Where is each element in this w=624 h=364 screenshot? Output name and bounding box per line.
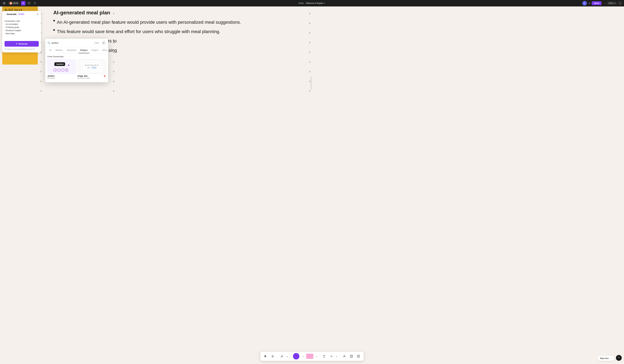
- canvas-dot: [40, 81, 42, 82]
- jambot-card-info: Jambot › By Figma: [48, 74, 76, 80]
- jambot-author: By Figma: [48, 77, 76, 79]
- generate-content: A brainstorm. Add - An ice breaker - Com…: [2, 17, 41, 52]
- scrollbar[interactable]: [311, 77, 311, 90]
- canvas-dot: [40, 71, 42, 72]
- imagejam-image-box: image: [91, 67, 97, 69]
- jambot-icons-row: ✦ ↖ ✎ ❋: [53, 68, 68, 72]
- imagejam-author: By Steven Tsao: [78, 77, 106, 79]
- canvas-dot: [309, 61, 310, 63]
- generate-btn-label: Generate: [18, 43, 27, 45]
- generate-warning: AI outputs can be misleading or wrong i: [4, 48, 39, 50]
- generate-panel: ‹ Generate AI beta ✕ A brainstorm. Add -…: [2, 11, 41, 52]
- jambot-arrow: ›: [55, 75, 56, 77]
- chat-icon-button[interactable]: [33, 1, 37, 5]
- doc-bullet-1: An AI-generated meal plan feature would …: [53, 19, 297, 26]
- doc-bullet-2-text: This feature would save time and effort …: [57, 28, 220, 35]
- results-grid: Jambot ✦ ↖ ✎ ❋ Jambot ›: [48, 59, 106, 80]
- tab-all[interactable]: All: [48, 47, 53, 53]
- generate-title: Generate: [7, 13, 17, 16]
- canvas-dot: [309, 52, 310, 53]
- info-icon[interactable]: i: [33, 48, 35, 50]
- jambot-label-text: Jambot: [54, 62, 65, 66]
- canvas-dot: [309, 42, 310, 43]
- connector-dot: [68, 65, 69, 66]
- generate-star-icon: ✦: [16, 43, 17, 45]
- generate-warning-text: AI outputs can be misleading or wrong: [4, 48, 32, 50]
- tab-stickers[interactable]: Stickers: [54, 47, 64, 53]
- clock-time: 06:00: [13, 2, 18, 4]
- ai-star-button[interactable]: ✦: [21, 1, 26, 5]
- search-bar: 🔍 Clear ⊞: [45, 39, 108, 47]
- generate-header: ‹ Generate AI beta ✕: [2, 11, 41, 17]
- jambot-icon-2: ↖: [57, 68, 61, 72]
- jambot-preview: Jambot ✦ ↖ ✎ ❋: [51, 61, 72, 72]
- topbar-center: Drafts / Welcome to FigJam ▼: [298, 2, 312, 4]
- tab-more[interactable]: More: [101, 47, 108, 53]
- generate-textarea[interactable]: A brainstorm. Add - An ice breaker - Com…: [4, 20, 39, 39]
- imagejam-inner: generate image with text text image: [82, 62, 101, 71]
- search-input[interactable]: [52, 42, 92, 44]
- doc-bullet-1-text: An AI-generated meal plan feature would …: [57, 19, 241, 26]
- canvas-dot: [309, 23, 310, 24]
- imagejam-boxes: text image: [83, 67, 100, 69]
- result-card-jambot[interactable]: Jambot ✦ ↖ ✎ ❋ Jambot ›: [48, 59, 76, 80]
- jambot-icon-3: ✎: [61, 68, 64, 72]
- generate-header-left: ‹ Generate AI beta: [4, 13, 25, 16]
- bullet-dot: [53, 29, 55, 31]
- breadcrumb-current-label: Welcome to FigJam: [306, 2, 312, 4]
- canvas-dot: [113, 71, 114, 72]
- imagejam-content: generate image with text text image: [83, 64, 101, 70]
- canvas-dot: [40, 61, 42, 63]
- search-clear-button[interactable]: Clear: [94, 42, 100, 44]
- breadcrumb: Drafts /: [298, 2, 305, 4]
- doc-title: AI-generated meal plan: [53, 10, 297, 16]
- canvas-dot: [40, 90, 42, 92]
- canvas-dot: [113, 81, 114, 82]
- imagejam-arrow: ›: [88, 75, 89, 77]
- search-results: From Community Jambot ✦ ↖ ✎: [45, 53, 108, 82]
- imagejam-thumbnail: generate image with text text image: [78, 59, 106, 74]
- tab-plugins[interactable]: Plugins: [90, 47, 100, 53]
- canvas-dot: [309, 71, 310, 72]
- jambot-icon-1: ✦: [53, 68, 57, 72]
- ai-badge: AI beta: [18, 13, 25, 15]
- search-tabs: All Stickers Templates Widgets Plugins M…: [45, 47, 108, 53]
- canvas-area: Add text AI-generated meal plan An AI-ge…: [0, 6, 312, 182]
- breadcrumb-current[interactable]: Welcome to FigJam ▼: [306, 2, 312, 4]
- generate-back-button[interactable]: ‹: [4, 13, 5, 16]
- from-community-label: From Community: [48, 55, 106, 58]
- imagejam-top-text: generate image with text: [83, 64, 100, 66]
- doc-bullet-2: This feature would save time and effort …: [53, 28, 297, 35]
- jambot-icon-4: ❋: [65, 68, 68, 72]
- tab-templates[interactable]: Templates: [65, 47, 78, 53]
- search-right-icon[interactable]: ⊞: [102, 41, 106, 45]
- generate-close-button[interactable]: ✕: [37, 13, 39, 16]
- bullet-dot: [53, 20, 55, 22]
- tab-widgets[interactable]: Widgets: [78, 47, 89, 53]
- generate-submit-button[interactable]: ✦ Generate: [4, 41, 39, 47]
- figma-logo[interactable]: [2, 1, 6, 5]
- result-card-imagejam[interactable]: generate image with text text image: [78, 59, 106, 80]
- imagejam-name: Image Jam › 🔖: [78, 75, 106, 77]
- canvas-dot: [309, 90, 310, 92]
- breadcrumb-separator: /: [305, 2, 305, 4]
- search-modal: 🔍 Clear ⊞ All Stickers Templates Widgets…: [45, 39, 108, 82]
- canvas-dot: [309, 13, 310, 14]
- topbar: 🕐 06:00 ✦ Drafts / Welcome to FigJam ▼: [0, 0, 312, 6]
- canvas-dot: [309, 32, 310, 34]
- jambot-name: Jambot ›: [48, 75, 76, 77]
- svg-rect-1: [28, 2, 30, 4]
- imagejam-text-box: text: [87, 67, 91, 69]
- search-icon: 🔍: [48, 42, 50, 44]
- canvas-dot: [309, 81, 310, 82]
- breadcrumb-parent[interactable]: Drafts: [298, 2, 304, 4]
- clock-widget[interactable]: 🕐 06:00: [8, 1, 20, 5]
- canvas-dot: [113, 90, 114, 92]
- jambot-thumbnail: Jambot ✦ ↖ ✎ ❋: [48, 59, 76, 74]
- layout-icon-button[interactable]: [27, 1, 31, 5]
- imagejam-card-info: Image Jam › 🔖 By Steven Tsao: [78, 74, 106, 80]
- topbar-left: 🕐 06:00 ✦: [2, 1, 37, 5]
- bookmark-icon[interactable]: 🔖: [104, 75, 106, 77]
- clock-icon: 🕐: [9, 2, 12, 5]
- imagejam-preview: generate image with text text image: [81, 61, 102, 72]
